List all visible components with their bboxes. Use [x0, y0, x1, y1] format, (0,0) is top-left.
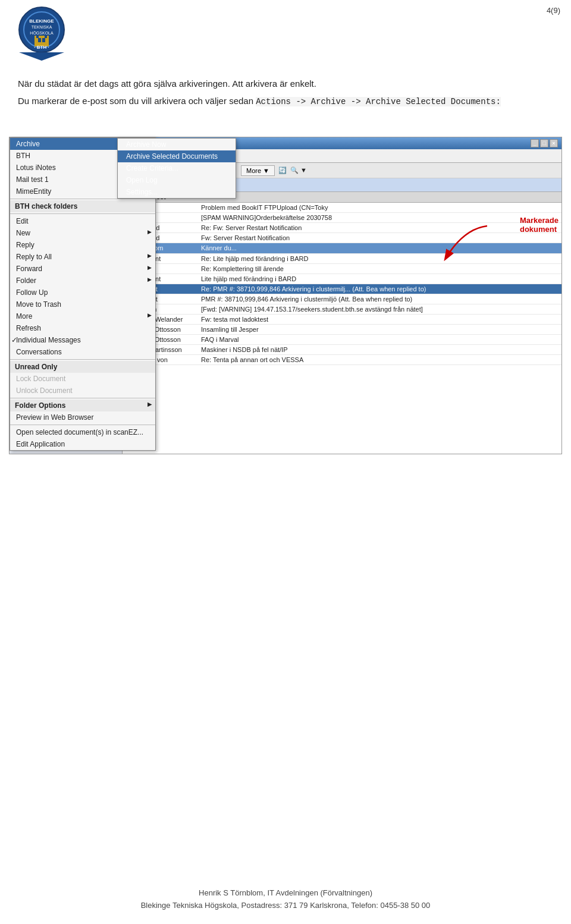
separator-3 — [10, 359, 155, 360]
menu-lock-document: Lock Document — [10, 373, 155, 385]
row11-subject: [Fwd: [VARNING] 194.47.153.17/seekers.st… — [201, 306, 558, 313]
archive-submenu: Archive Now Archive Selected Documents C… — [117, 138, 236, 199]
menu-more[interactable]: More — [10, 310, 155, 322]
menu-new[interactable]: New — [10, 227, 155, 239]
svg-text:TEKNISKA: TEKNISKA — [32, 25, 52, 29]
svg-rect-8 — [36, 36, 39, 38]
menu-edit-application[interactable]: Edit Application — [10, 438, 155, 450]
row9-subject: Re: PMR #: 38710,999,846 Arkivering i cl… — [201, 285, 558, 293]
menu-conversations[interactable]: Conversations — [10, 346, 155, 358]
email-row-1[interactable]: mberg Problem med BookIT FTPUpload (CN=T… — [123, 203, 561, 213]
email-list: ▷ Subject mberg Problem med BookIT FTPUp… — [123, 192, 561, 365]
intro-text: När du städat är det dags att göra själv… — [18, 77, 553, 112]
menu-folder[interactable]: Folder — [10, 275, 155, 287]
footer: Henrik S Törnblom, IT Avdelningen (Förva… — [0, 887, 571, 912]
content-area: Archive Archive Now Archive Selected Doc… — [10, 192, 561, 454]
footer-line1: Henrik S Törnblom, IT Avdelningen (Förva… — [0, 887, 571, 900]
svg-text:BLEKINGE: BLEKINGE — [29, 18, 54, 24]
row1-subject: Problem med BookIT FTPUpload (CN=Toky — [201, 204, 558, 211]
page-number: 4(9) — [547, 6, 560, 15]
row2-subject: [SPAM WARNING]Orderbekräftelse 2030758 — [201, 214, 558, 221]
svg-rect-6 — [38, 38, 41, 42]
email-row-14[interactable]: Helen Ottosson FAQ i Marval — [123, 335, 561, 345]
logo: BLEKINGE TEKNISKA HÖGSKOLA · BTH · — [12, 6, 77, 65]
footer-line2: Blekinge Tekniska Högskola, Postadress: … — [0, 900, 571, 912]
row15-subject: Maskiner i NSDB på fel nät/IP — [201, 346, 558, 353]
submenu-archive-selected[interactable]: Archive Selected Documents — [118, 150, 236, 162]
menu-individual-messages[interactable]: Individual Messages — [10, 334, 155, 346]
email-row-2[interactable]: [SPAM WARNING]Orderbekräftelse 2030758 — [123, 213, 561, 223]
separator-2 — [10, 213, 155, 214]
row7-subject: Re: Komplettering till ärende — [201, 265, 558, 272]
toolbar-search-icon: 🔍 ▼ — [290, 166, 307, 174]
menu-unread-only[interactable]: Unread Only — [10, 361, 155, 373]
more-button[interactable]: More ▼ — [241, 165, 275, 176]
email-row-10[interactable]: support PMR #: 38710,999,846 Arkivering … — [123, 294, 561, 304]
svg-text:· BTH ·: · BTH · — [34, 45, 49, 50]
separator-1 — [10, 199, 155, 199]
menu-edit[interactable]: Edit — [10, 215, 155, 227]
row12-subject: Fw: testa mot ladoktest — [201, 316, 558, 323]
row8-subject: Lite hjälp med förändring i BARD — [201, 275, 558, 282]
annotation-arrow — [428, 223, 499, 271]
submenu-settings[interactable]: Settings... — [118, 186, 236, 198]
menu-folder-options[interactable]: Folder Options — [10, 400, 155, 411]
email-row-13[interactable]: Helen Ottosson Insamling till Jesper — [123, 325, 561, 335]
email-row-11[interactable]: attsson [Fwd: [VARNING] 194.47.153.17/se… — [123, 304, 561, 315]
row5-subject: Känner du... — [201, 244, 558, 252]
email-row-15[interactable]: ● Tom Martinsson Maskiner i NSDB på fel … — [123, 345, 561, 355]
col-subject-header — [201, 193, 558, 201]
left-nav: Archive Archive Now Archive Selected Doc… — [10, 192, 123, 454]
row4-subject: Fw: Server Restart Notification — [201, 234, 558, 241]
row6-subject: Re: Lite hjälp med förändring i BARD — [201, 255, 558, 262]
separator-5 — [10, 425, 155, 425]
row14-subject: FAQ i Marval — [201, 336, 558, 343]
menu-unlock-document: Unlock Document — [10, 385, 155, 397]
lotus-notes-screenshot: 1 Lotus Notes _ □ × ate Actions Tools Wi… — [9, 137, 562, 454]
toolbar-refresh-icon: 🔄 — [278, 166, 287, 174]
menu-reply-to-all[interactable]: Reply to All — [10, 251, 155, 263]
submenu-open-log[interactable]: Open Log — [118, 174, 236, 186]
intro-line2: Du markerar de e-post som du vill arkive… — [18, 95, 553, 108]
menu-move-to-trash[interactable]: Move to Trash — [10, 298, 155, 310]
menu-reply[interactable]: Reply — [10, 239, 155, 251]
submenu-archive-now[interactable]: Archive Now — [118, 139, 236, 150]
email-row-12[interactable]: Jenny Welander Fw: testa mot ladoktest — [123, 315, 561, 325]
email-row-9[interactable]: support Re: PMR #: 38710,999,846 Arkiver… — [123, 284, 561, 294]
close-button[interactable]: × — [550, 139, 558, 147]
svg-marker-11 — [19, 52, 64, 61]
email-row-16[interactable]: Cecilia von Re: Tenta på annan ort och V… — [123, 355, 561, 365]
minimize-button[interactable]: _ — [531, 139, 539, 147]
menu-open-scanz[interactable]: Open selected document(s) in scanEZ... — [10, 426, 155, 438]
svg-text:HÖGSKOLA: HÖGSKOLA — [30, 31, 54, 35]
svg-rect-7 — [42, 38, 45, 42]
submenu-create-criteria[interactable]: Create Criteria... — [118, 162, 236, 174]
maximize-button[interactable]: □ — [540, 139, 548, 147]
menu-bth-check[interactable]: BTH check folders — [10, 200, 155, 212]
row16-subject: Re: Tenta på annan ort och VESSA — [201, 356, 558, 363]
svg-rect-9 — [45, 36, 47, 38]
menu-archive[interactable]: Archive Archive Now Archive Selected Doc… — [10, 138, 155, 150]
menu-refresh[interactable]: Refresh — [10, 322, 155, 334]
menu-follow-up[interactable]: Follow Up — [10, 287, 155, 298]
menu-preview-web[interactable]: Preview in Web Browser — [10, 411, 155, 423]
annotation-text: Markerade dokument — [520, 216, 559, 234]
menu-forward[interactable]: Forward — [10, 263, 155, 275]
row3-subject: Re: Fw: Server Restart Notification — [201, 224, 558, 231]
separator-4 — [10, 398, 155, 398]
main-email-content: ▷ Subject mberg Problem med BookIT FTPUp… — [123, 192, 561, 454]
email-row-8[interactable]: Caleklint Lite hjälp med förändring i BA… — [123, 274, 561, 284]
row13-subject: Insamling till Jesper — [201, 326, 558, 333]
intro-line1: När du städat är det dags att göra själv… — [18, 77, 553, 91]
row10-subject: PMR #: 38710,999,846 Arkivering i cluste… — [201, 296, 558, 303]
actions-dropdown: Archive Archive Now Archive Selected Doc… — [10, 137, 156, 451]
title-bar-buttons: _ □ × — [531, 139, 558, 147]
